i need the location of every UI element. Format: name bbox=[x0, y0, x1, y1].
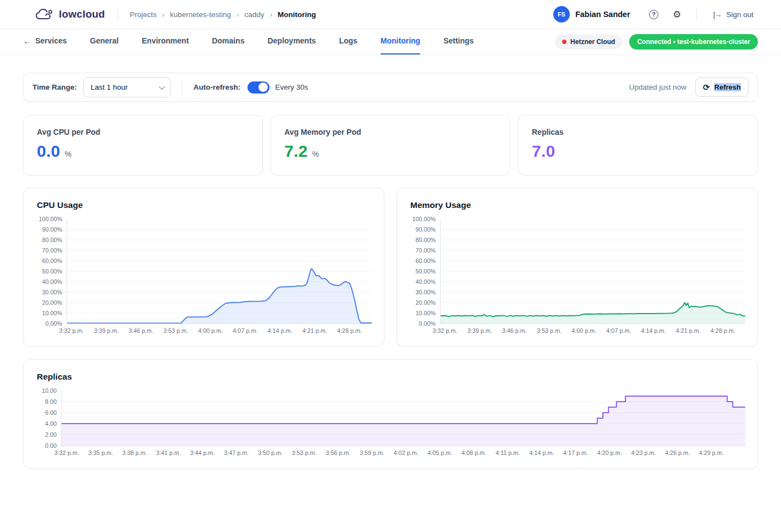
x-axis-label: 4:02 p.m. bbox=[394, 449, 419, 456]
provider-badge: Hetzner Cloud bbox=[555, 35, 622, 49]
logo-text: lowcloud bbox=[59, 8, 105, 20]
replicas-chart: 0.002.004.006.008.0010.003:32 p.m.3:35 p… bbox=[37, 391, 745, 458]
sign-out-icon: [→ bbox=[713, 10, 722, 19]
y-axis-label: 30.00% bbox=[42, 289, 62, 295]
y-axis-label: 20.00% bbox=[42, 299, 62, 306]
header-divider bbox=[117, 7, 118, 21]
refresh-icon: ⟳ bbox=[703, 83, 710, 92]
help-icon: ? bbox=[649, 10, 658, 19]
auto-refresh-toggle[interactable] bbox=[248, 81, 270, 94]
x-axis-label: 4:28 p.m. bbox=[711, 327, 735, 334]
x-axis: 3:32 p.m.3:35 p.m.3:38 p.m.3:41 p.m.3:44… bbox=[61, 449, 745, 458]
stat-label: Avg CPU per Pod bbox=[37, 128, 249, 136]
cluster-connected-badge: Connected • test-kubernetes-cluster bbox=[629, 34, 758, 50]
tab-monitoring[interactable]: Monitoring bbox=[381, 29, 420, 54]
y-axis-label: 10.00% bbox=[42, 310, 62, 316]
chart-title: Replicas bbox=[37, 372, 745, 382]
provider-badge-label: Hetzner Cloud bbox=[570, 38, 615, 46]
x-axis-label: 3:47 p.m. bbox=[224, 449, 249, 456]
provider-status-dot-icon bbox=[562, 40, 566, 44]
x-axis: 3:32 p.m.3:39 p.m.3:46 p.m.3:53 p.m.4:00… bbox=[440, 327, 745, 336]
x-axis-label: 4:08 p.m. bbox=[461, 449, 486, 456]
chart-title: CPU Usage bbox=[37, 200, 372, 210]
y-axis-label: 4.00 bbox=[45, 420, 57, 427]
x-axis-label: 3:32 p.m. bbox=[54, 449, 79, 456]
tab-environment[interactable]: Environment bbox=[142, 29, 189, 54]
x-axis-label: 3:56 p.m. bbox=[326, 449, 350, 456]
chevron-down-icon bbox=[159, 83, 165, 89]
stat-card-avg-memory: Avg Memory per Pod 7.2 % bbox=[271, 115, 510, 175]
stat-card-replicas: Replicas 7.0 bbox=[518, 115, 758, 175]
memory-usage-chart: 0.00%10.00%20.00%30.00%40.00%50.00%60.00… bbox=[410, 219, 745, 336]
y-axis-label: 0.00% bbox=[419, 320, 436, 327]
x-axis-label: 4:00 p.m. bbox=[198, 327, 223, 334]
gear-icon: ⚙ bbox=[673, 10, 681, 19]
x-axis-label: 3:46 p.m. bbox=[129, 327, 153, 334]
x-axis-label: 3:53 p.m. bbox=[537, 327, 562, 334]
x-axis-label: 3:46 p.m. bbox=[502, 327, 527, 334]
cpu-usage-chart-card: CPU Usage 0.00%10.00%20.00%30.00%40.00%5… bbox=[23, 188, 384, 347]
y-axis-label: 80.00% bbox=[42, 237, 62, 243]
x-axis-label: 4:28 p.m. bbox=[337, 327, 362, 334]
y-axis-label: 40.00% bbox=[42, 278, 62, 285]
app-header: lowcloud Projects › kubernetes-testing ›… bbox=[0, 0, 781, 29]
y-axis-label: 10.00% bbox=[415, 310, 436, 316]
settings-button[interactable]: ⚙ bbox=[668, 5, 686, 24]
controls-bar: Time Range: Last 1 hour Auto-refresh: Ev… bbox=[23, 73, 758, 102]
tab-domains[interactable]: Domains bbox=[212, 29, 244, 54]
y-axis-label: 100.00% bbox=[38, 216, 62, 222]
y-axis-label: 2.00 bbox=[45, 431, 57, 438]
breadcrumb-projects[interactable]: Projects bbox=[130, 10, 157, 19]
breadcrumb-service-name[interactable]: caddy bbox=[244, 10, 264, 19]
header-divider bbox=[696, 7, 697, 21]
updated-status: Updated just now bbox=[629, 83, 686, 91]
tab-deployments[interactable]: Deployments bbox=[267, 29, 316, 54]
charts-row: CPU Usage 0.00%10.00%20.00%30.00%40.00%5… bbox=[23, 188, 758, 347]
x-axis-label: 4:14 p.m. bbox=[268, 327, 293, 334]
sign-out-button[interactable]: [→ Sign out bbox=[713, 10, 754, 19]
time-range-select[interactable]: Last 1 hour bbox=[83, 77, 171, 97]
y-axis-label: 60.00% bbox=[415, 257, 436, 264]
x-axis-label: 4:14 p.m. bbox=[529, 449, 554, 456]
tab-logs[interactable]: Logs bbox=[339, 29, 357, 54]
y-axis-label: 50.00% bbox=[42, 268, 62, 275]
tab-general[interactable]: General bbox=[90, 29, 119, 54]
breadcrumb-project-name[interactable]: kubernetes-testing bbox=[170, 10, 231, 19]
y-axis-label: 60.00% bbox=[42, 257, 62, 264]
stat-unit: % bbox=[312, 150, 319, 158]
avatar: FS bbox=[553, 6, 570, 23]
time-range-value: Last 1 hour bbox=[91, 83, 128, 91]
x-axis-label: 3:59 p.m. bbox=[360, 449, 384, 456]
cpu-usage-chart: 0.00%10.00%20.00%30.00%40.00%50.00%60.00… bbox=[37, 219, 372, 336]
x-axis-label: 3:50 p.m. bbox=[258, 449, 283, 456]
user-menu[interactable]: FS Fabian Sander bbox=[553, 6, 630, 23]
y-axis-label: 70.00% bbox=[42, 247, 62, 254]
x-axis-label: 3:32 p.m. bbox=[433, 327, 458, 334]
stat-label: Replicas bbox=[532, 128, 744, 136]
back-to-services-label: Services bbox=[35, 36, 67, 45]
y-axis-label: 50.00% bbox=[415, 268, 436, 275]
y-axis-label: 0.00 bbox=[45, 442, 57, 449]
y-axis-label: 10.00 bbox=[42, 387, 57, 394]
logo[interactable]: lowcloud bbox=[35, 8, 105, 20]
breadcrumb-separator-icon: › bbox=[237, 10, 239, 19]
x-axis-label: 3:35 p.m. bbox=[88, 449, 113, 456]
x-axis-label: 3:44 p.m. bbox=[190, 449, 215, 456]
cloud-logo-icon bbox=[35, 8, 54, 20]
x-axis-label: 4:29 p.m. bbox=[699, 449, 724, 456]
y-axis-label: 70.00% bbox=[415, 247, 436, 254]
user-name: Fabian Sander bbox=[575, 10, 630, 19]
y-axis-label: 8.00 bbox=[45, 398, 57, 405]
x-axis-label: 4:07 p.m. bbox=[606, 327, 631, 334]
x-axis-label: 4:07 p.m. bbox=[233, 327, 257, 334]
x-axis-label: 4:14 p.m. bbox=[641, 327, 666, 334]
y-axis-label: 90.00% bbox=[415, 226, 436, 233]
tab-settings[interactable]: Settings bbox=[443, 29, 474, 54]
back-to-services-tab[interactable]: ← Services bbox=[23, 29, 67, 54]
y-axis-label: 30.00% bbox=[415, 289, 436, 295]
x-axis-label: 4:26 p.m. bbox=[665, 449, 690, 456]
help-button[interactable]: ? bbox=[645, 5, 663, 24]
x-axis-label: 3:32 p.m. bbox=[59, 327, 84, 334]
refresh-button[interactable]: ⟳ Refresh bbox=[695, 78, 749, 97]
x-axis-label: 4:20 p.m. bbox=[597, 449, 622, 456]
